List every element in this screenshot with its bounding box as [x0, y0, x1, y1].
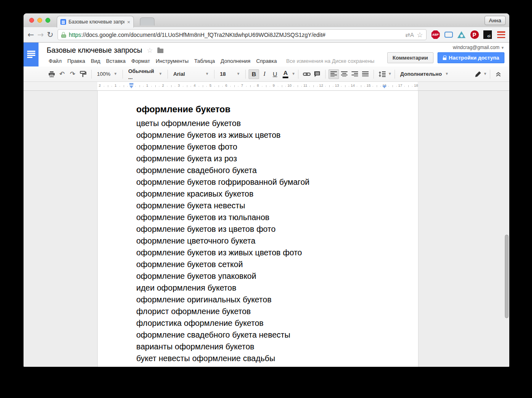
- document-page[interactable]: оформление букетов цветы оформление буке…: [97, 91, 418, 367]
- document-line-15: оформление оригинальных букетов: [136, 294, 406, 306]
- vertical-scrollbar[interactable]: [505, 235, 508, 318]
- menu-item-2[interactable]: Вид: [88, 57, 103, 65]
- document-line-20: букет невесты оформление свадьбы: [136, 353, 406, 364]
- document-canvas[interactable]: оформление букетов цветы оформление буке…: [24, 91, 509, 367]
- tab-title: Базовые ключевые запрос: [69, 19, 124, 25]
- ruler-tick: [187, 85, 187, 87]
- menu-item-5[interactable]: Инструменты: [153, 57, 191, 65]
- menu-item-6[interactable]: Таблица: [191, 57, 218, 65]
- screenshot-extension-icon[interactable]: [444, 30, 453, 40]
- insert-comment-icon[interactable]: [312, 69, 322, 79]
- font-size-select[interactable]: 18▼: [217, 69, 242, 79]
- ruler-tick: [408, 85, 409, 87]
- menubar: ФайлПравкаВидВставкаФорматИнструментыТаб…: [46, 57, 280, 65]
- underline-button[interactable]: U: [270, 69, 280, 79]
- reload-button[interactable]: ↻: [47, 31, 54, 39]
- insert-link-icon[interactable]: [301, 69, 312, 79]
- redo-icon[interactable]: ↷: [67, 69, 78, 79]
- comments-button[interactable]: Комментарии: [387, 52, 433, 63]
- ruler-strip[interactable]: 21123456789101112131415161718: [97, 82, 418, 90]
- text-color-caret-icon[interactable]: ▼: [292, 72, 295, 76]
- bold-button[interactable]: B: [249, 69, 259, 79]
- new-tab-button[interactable]: [140, 17, 154, 26]
- ruler-number-15: 15: [367, 83, 371, 88]
- ruler-tick: [124, 85, 124, 87]
- text-color-button[interactable]: A: [280, 69, 291, 79]
- ruler-dot: [191, 86, 191, 87]
- teal-extension-icon[interactable]: [457, 30, 466, 40]
- ruler-dot: [104, 86, 104, 87]
- ruler-tick: [298, 85, 298, 87]
- document-line-18: оформление свадебного букета невесты: [136, 329, 406, 341]
- menu-item-4[interactable]: Формат: [129, 57, 153, 65]
- ruler-dot: [349, 86, 349, 87]
- minimize-window-button[interactable]: [37, 18, 42, 23]
- paragraph-style-select[interactable]: Обычный ...▼: [126, 69, 165, 79]
- ruler-number-1: 1: [114, 83, 116, 88]
- docs-logo-icon[interactable]: [24, 43, 39, 66]
- ruler-dot: [254, 86, 254, 87]
- print-icon[interactable]: [46, 69, 57, 79]
- ruler-dot: [246, 86, 247, 87]
- document-line-11: оформление букетов из живых цветов фото: [136, 247, 406, 259]
- chrome-menu-icon[interactable]: [497, 31, 505, 38]
- ruler-dot: [143, 86, 144, 87]
- url-bar[interactable]: https://docs.google.com/document/d/1LUoS…: [58, 29, 427, 40]
- ruler-dot: [309, 86, 310, 87]
- document-heading: оформление букетов: [136, 103, 406, 116]
- profile-button[interactable]: Анна: [485, 16, 506, 25]
- left-indent-marker[interactable]: [129, 86, 133, 88]
- italic-button[interactable]: I: [259, 69, 270, 79]
- undo-icon[interactable]: ↶: [57, 69, 67, 79]
- font-select[interactable]: Arial▼: [171, 69, 211, 79]
- star-document-icon[interactable]: ☆: [147, 47, 153, 54]
- document-title[interactable]: Базовые ключевые запросы: [47, 46, 142, 55]
- close-window-button[interactable]: [29, 18, 34, 23]
- line-spacing-caret-icon[interactable]: ▼: [388, 72, 392, 76]
- ruler-dot: [396, 86, 397, 87]
- more-tools-select[interactable]: Дополнительно▼: [398, 69, 451, 79]
- first-line-indent-marker[interactable]: [129, 83, 133, 85]
- browser-tab[interactable]: Базовые ключевые запрос ×: [57, 16, 134, 28]
- ruler-dot: [373, 86, 373, 87]
- adblock-extension-icon[interactable]: ABP: [431, 30, 440, 40]
- editing-mode-pencil-icon[interactable]: [473, 69, 483, 79]
- pinterest-extension-icon[interactable]: P: [470, 30, 479, 40]
- right-indent-marker[interactable]: [382, 86, 386, 88]
- collapse-toolbar-icon[interactable]: [493, 69, 504, 79]
- bookmark-star-icon[interactable]: ☆: [417, 31, 423, 39]
- share-button[interactable]: Настройки доступа: [438, 52, 504, 63]
- zoom-window-button[interactable]: [45, 18, 50, 23]
- back-button[interactable]: ←: [28, 31, 34, 39]
- align-right-button[interactable]: [350, 69, 360, 79]
- ruler-tick: [203, 85, 203, 87]
- ruler[interactable]: 21123456789101112131415161718: [24, 82, 509, 91]
- menu-item-1[interactable]: Правка: [64, 57, 88, 65]
- document-line-8: оформление букетов из тюльпанов: [136, 212, 406, 223]
- menu-item-8[interactable]: Справка: [253, 57, 280, 65]
- ruler-number-13: 13: [335, 83, 339, 88]
- zoom-select[interactable]: 100%▼: [94, 69, 120, 79]
- ruler-dot: [341, 86, 341, 87]
- align-justify-button[interactable]: [360, 69, 371, 79]
- ruler-dot: [270, 86, 270, 87]
- ci-extension-icon[interactable]: ci: [483, 30, 492, 40]
- ruler-dot: [333, 86, 333, 87]
- ruler-dot: [222, 86, 223, 87]
- account-email[interactable]: windcrag@gmail.com ▼: [453, 45, 504, 50]
- translate-icon[interactable]: ⇄A: [405, 32, 414, 38]
- ssl-lock-icon[interactable]: [61, 32, 66, 38]
- editing-mode-caret-icon[interactable]: ▼: [483, 72, 487, 76]
- align-center-button[interactable]: [339, 69, 350, 79]
- ruler-number-4: 4: [193, 83, 195, 88]
- line-spacing-icon[interactable]: [377, 69, 387, 79]
- move-to-folder-icon[interactable]: [157, 49, 163, 53]
- menu-item-7[interactable]: Дополнения: [218, 57, 253, 65]
- save-status: Все изменения на Диске сохранены: [286, 58, 375, 64]
- paint-format-icon[interactable]: [78, 69, 88, 79]
- menu-item-3[interactable]: Вставка: [103, 57, 128, 65]
- align-left-button[interactable]: [328, 69, 339, 79]
- url-text[interactable]: https://docs.google.com/document/d/1LUoS…: [69, 32, 403, 38]
- menu-item-0[interactable]: Файл: [46, 57, 64, 65]
- tab-close-icon[interactable]: ×: [127, 19, 130, 25]
